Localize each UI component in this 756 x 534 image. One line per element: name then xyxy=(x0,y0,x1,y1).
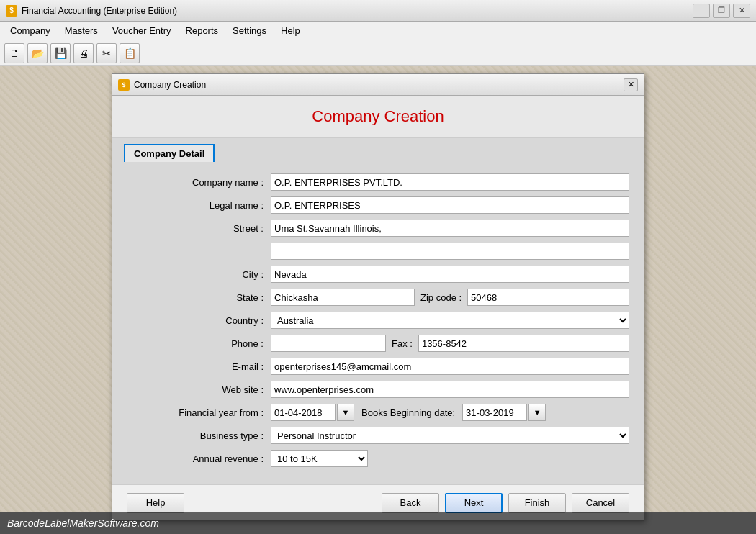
menu-settings[interactable]: Settings xyxy=(225,24,274,37)
state-zip-row: State : Zip code : xyxy=(156,289,629,306)
maximize-button[interactable]: ❐ xyxy=(713,4,730,18)
next-button[interactable]: Next xyxy=(445,493,503,513)
toolbar-paste-btn[interactable]: 📋 xyxy=(120,43,140,63)
financial-year-label: Financial year from : xyxy=(156,407,271,418)
menu-company[interactable]: Company xyxy=(3,24,58,37)
financial-year-input[interactable] xyxy=(271,404,336,421)
annual-revenue-select[interactable]: 10 to 15K 15 to 20K 20 to 50K 50K to 1L … xyxy=(271,450,368,467)
city-label: City : xyxy=(156,269,271,280)
company-name-row: Company name : xyxy=(156,173,629,191)
toolbar-new-btn[interactable]: 🗋 xyxy=(4,43,24,63)
street-input1[interactable] xyxy=(271,220,629,237)
books-date-group: ▼ xyxy=(462,404,546,421)
business-type-select[interactable]: Personal Instructor Retail Wholesale Man… xyxy=(271,427,629,444)
nav-buttons: Back Next Finish Cancel xyxy=(382,493,629,513)
menu-voucher-entry[interactable]: Voucher Entry xyxy=(105,24,179,37)
minimize-button[interactable]: — xyxy=(693,4,710,18)
financial-year-group: ▼ xyxy=(271,404,354,421)
close-button[interactable]: ✕ xyxy=(733,4,750,18)
annual-revenue-row: Annual revenue : 10 to 15K 15 to 20K 20 … xyxy=(156,450,629,467)
state-label: State : xyxy=(156,292,271,303)
email-label: E-mail : xyxy=(156,361,271,372)
menu-bar: Company Masters Voucher Entry Reports Se… xyxy=(0,22,756,40)
legal-name-label: Legal name : xyxy=(156,200,271,211)
email-input[interactable] xyxy=(271,358,629,375)
legal-name-row: Legal name : xyxy=(156,196,629,214)
street-row2 xyxy=(156,243,629,260)
fax-input[interactable] xyxy=(418,335,629,352)
country-row: Country : Australia United States United… xyxy=(156,312,629,329)
dialog-title-bar: $ Company Creation ✕ xyxy=(112,74,644,96)
phone-label: Phone : xyxy=(156,338,271,349)
watermark: BarcodeLabelMakerSoftware.com xyxy=(0,512,756,534)
app-title: Financial Accounting (Enterprise Edition… xyxy=(22,6,693,16)
watermark-text: BarcodeLabelMakerSoftware.com xyxy=(7,517,159,529)
business-type-row: Business type : Personal Instructor Reta… xyxy=(156,427,629,444)
toolbar-open-btn[interactable]: 📂 xyxy=(27,43,48,63)
company-name-input[interactable] xyxy=(271,173,629,191)
company-creation-dialog: $ Company Creation ✕ Company Creation Co… xyxy=(112,73,644,521)
books-beginning-input[interactable] xyxy=(462,404,527,421)
title-bar: $ Financial Accounting (Enterprise Editi… xyxy=(0,0,756,22)
books-calendar-btn[interactable]: ▼ xyxy=(528,404,546,421)
dialog-header-title: Company Creation xyxy=(112,107,644,126)
financial-year-calendar-btn[interactable]: ▼ xyxy=(337,404,354,421)
website-row: Web site : xyxy=(156,381,629,398)
toolbar-cut-btn[interactable]: ✂ xyxy=(96,43,117,63)
fax-label: Fax : xyxy=(386,338,418,349)
website-label: Web site : xyxy=(156,384,271,395)
phone-input[interactable] xyxy=(271,335,386,352)
street-input2[interactable] xyxy=(271,243,629,260)
menu-reports[interactable]: Reports xyxy=(179,24,226,37)
business-type-label: Business type : xyxy=(156,430,271,441)
dialog-content: Company Creation Company Detail Company … xyxy=(112,96,644,520)
dialog-icon: $ xyxy=(118,79,130,91)
help-button[interactable]: Help xyxy=(127,493,184,513)
zip-input[interactable] xyxy=(467,289,629,306)
legal-name-input[interactable] xyxy=(271,196,629,214)
phone-fax-row: Phone : Fax : xyxy=(156,335,629,352)
form-area: Company name : Legal name : Street : xyxy=(112,162,644,484)
tab-company-detail[interactable]: Company Detail xyxy=(124,144,215,162)
toolbar-save-btn[interactable]: 💾 xyxy=(50,43,71,63)
dialog-overlay: $ Company Creation ✕ Company Creation Co… xyxy=(0,66,756,512)
books-beginning-label: Books Beginning date: xyxy=(354,407,462,418)
cancel-button[interactable]: Cancel xyxy=(572,493,629,513)
menu-masters[interactable]: Masters xyxy=(58,24,105,37)
zip-label: Zip code : xyxy=(415,292,467,303)
country-select[interactable]: Australia United States United Kingdom C… xyxy=(271,312,629,329)
country-label: Country : xyxy=(156,315,271,326)
city-input[interactable] xyxy=(271,266,629,283)
toolbar: 🗋 📂 💾 🖨 ✂ 📋 xyxy=(0,40,756,66)
dialog-title: Company Creation xyxy=(134,80,624,90)
dialog-header: Company Creation xyxy=(112,96,644,138)
dialog-close-button[interactable]: ✕ xyxy=(624,78,638,91)
toolbar-print-btn[interactable]: 🖨 xyxy=(73,43,94,63)
back-button[interactable]: Back xyxy=(382,493,439,513)
state-input[interactable] xyxy=(271,289,415,306)
city-row: City : xyxy=(156,266,629,283)
tab-area: Company Detail xyxy=(112,138,644,162)
street-label: Street : xyxy=(156,223,271,234)
finish-button[interactable]: Finish xyxy=(508,493,566,513)
menu-help[interactable]: Help xyxy=(274,24,307,37)
street-row1: Street : xyxy=(156,220,629,237)
financial-year-row: Financial year from : ▼ Books Beginning … xyxy=(156,404,629,421)
annual-revenue-label: Annual revenue : xyxy=(156,453,271,464)
app-icon: $ xyxy=(6,5,17,17)
window-controls: — ❐ ✕ xyxy=(693,4,750,18)
email-row: E-mail : xyxy=(156,358,629,375)
company-name-label: Company name : xyxy=(156,177,271,188)
website-input[interactable] xyxy=(271,381,629,398)
